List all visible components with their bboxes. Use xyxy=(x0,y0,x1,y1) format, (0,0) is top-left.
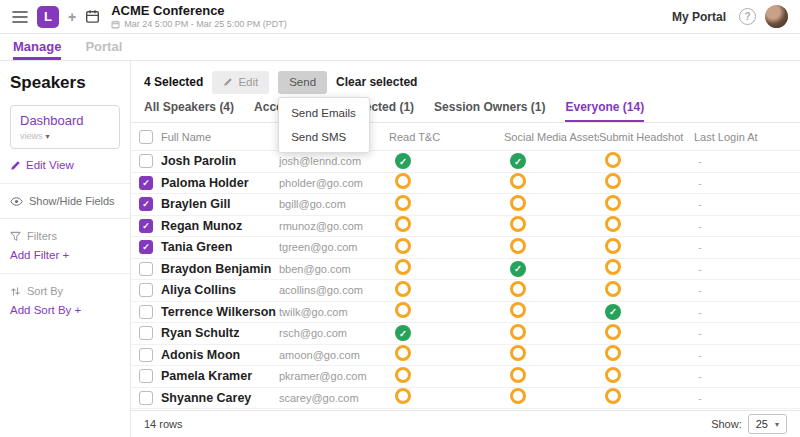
view-tab-0[interactable]: All Speakers (4) xyxy=(144,100,234,122)
status-pending-icon xyxy=(605,367,621,383)
row-name[interactable]: Terrence Wilkerson xyxy=(161,305,279,319)
row-checkbox[interactable] xyxy=(139,326,153,340)
row-status-cell xyxy=(504,216,599,235)
edit-view-link[interactable]: Edit View xyxy=(10,159,120,171)
main-panel: 4 Selected Edit Send Send EmailsSend SMS… xyxy=(131,61,800,437)
status-pending-icon xyxy=(510,324,526,340)
page-size-select[interactable]: 25 ▾ xyxy=(748,414,787,434)
row-name[interactable]: Braydon Benjamin xyxy=(161,262,279,276)
row-status-cell xyxy=(599,238,694,257)
row-email: twilk@go.com xyxy=(279,306,389,318)
send-button[interactable]: Send xyxy=(278,71,327,94)
row-name[interactable]: Paloma Holder xyxy=(161,176,279,190)
show-label: Show: xyxy=(711,418,742,430)
row-status-cell xyxy=(504,173,599,192)
row-status-cell: ✓ xyxy=(504,261,599,277)
pencil-icon xyxy=(223,77,233,87)
row-status-cell xyxy=(389,281,504,300)
row-last-login: - xyxy=(694,241,800,253)
table-row: Braylen Gillbgill@go.com- xyxy=(131,194,800,216)
tab-manage[interactable]: Manage xyxy=(13,34,61,60)
tab-portal[interactable]: Portal xyxy=(85,34,122,60)
row-status-cell xyxy=(599,195,694,214)
row-checkbox[interactable] xyxy=(139,219,153,233)
row-status-cell xyxy=(599,173,694,192)
status-pending-icon xyxy=(510,195,526,211)
add-filter-link[interactable]: Add Filter + xyxy=(10,249,120,261)
row-checkbox[interactable] xyxy=(139,305,153,319)
row-status-cell xyxy=(389,302,504,321)
row-status-cell xyxy=(599,367,694,386)
top-bar: L + ACME Conference Mar 24 5:00 PM - Mar… xyxy=(0,0,800,34)
hamburger-menu-icon[interactable] xyxy=(12,10,28,24)
event-dates: Mar 24 5:00 PM - Mar 25 5:00 PM (PDT) xyxy=(111,19,287,29)
help-icon[interactable]: ? xyxy=(739,8,756,25)
event-calendar-icon[interactable] xyxy=(85,9,100,24)
send-menu-item[interactable]: Send Emails xyxy=(279,101,369,125)
status-pending-icon xyxy=(395,345,411,361)
status-done-icon: ✓ xyxy=(395,153,411,169)
row-last-login: - xyxy=(694,392,800,404)
row-name[interactable]: Regan Munoz xyxy=(161,219,279,233)
send-menu: Send EmailsSend SMS xyxy=(278,97,370,153)
status-pending-icon xyxy=(395,367,411,383)
clear-selected-button[interactable]: Clear selected xyxy=(336,75,417,89)
row-checkbox[interactable] xyxy=(139,154,153,168)
row-status-cell xyxy=(389,367,504,386)
eye-icon xyxy=(10,197,23,206)
status-pending-icon xyxy=(395,302,411,318)
row-name[interactable]: Ryan Schultz xyxy=(161,326,279,340)
row-last-login: - xyxy=(694,327,800,339)
view-selector[interactable]: Dashboard views▾ xyxy=(10,105,120,149)
row-checkbox[interactable] xyxy=(139,176,153,190)
row-status-cell xyxy=(599,324,694,343)
row-email: scarey@go.com xyxy=(279,392,389,404)
row-checkbox-cell xyxy=(131,326,161,340)
app-logo[interactable]: L xyxy=(37,6,59,28)
row-last-login: - xyxy=(694,263,800,275)
status-pending-icon xyxy=(605,324,621,340)
row-name[interactable]: Josh Parolin xyxy=(161,154,279,168)
row-status-cell xyxy=(389,195,504,214)
row-email: rsch@go.com xyxy=(279,327,389,339)
row-checkbox[interactable] xyxy=(139,197,153,211)
my-portal-link[interactable]: My Portal xyxy=(672,10,726,24)
edit-button[interactable]: Edit xyxy=(212,71,269,94)
row-checkbox[interactable] xyxy=(139,283,153,297)
divider xyxy=(0,273,130,274)
filter-icon xyxy=(10,231,21,242)
row-status-cell xyxy=(504,345,599,364)
row-checkbox[interactable] xyxy=(139,348,153,362)
show-hide-fields-button[interactable]: Show/Hide Fields xyxy=(10,195,120,207)
row-name[interactable]: Braylen Gill xyxy=(161,197,279,211)
chevron-down-icon: ▾ xyxy=(775,420,779,429)
row-checkbox[interactable] xyxy=(139,240,153,254)
row-name[interactable]: Pamela Kramer xyxy=(161,369,279,383)
table-row: Terrence Wilkersontwilk@go.com✓- xyxy=(131,302,800,324)
status-pending-icon xyxy=(395,195,411,211)
show-hide-fields-label: Show/Hide Fields xyxy=(29,195,115,207)
view-tab-3[interactable]: Session Owners (1) xyxy=(434,100,545,122)
selection-toolbar: 4 Selected Edit Send Send EmailsSend SMS… xyxy=(131,61,800,97)
status-pending-icon xyxy=(395,216,411,232)
status-done-icon: ✓ xyxy=(510,153,526,169)
table-row: Tania Greentgreen@go.com- xyxy=(131,237,800,259)
add-sort-by-link[interactable]: Add Sort By + xyxy=(10,304,120,316)
row-name[interactable]: Adonis Moon xyxy=(161,348,279,362)
row-checkbox[interactable] xyxy=(139,391,153,405)
row-status-cell xyxy=(599,281,694,300)
row-status-cell xyxy=(599,345,694,364)
row-name[interactable]: Shyanne Carey xyxy=(161,391,279,405)
send-menu-item[interactable]: Send SMS xyxy=(279,125,369,149)
table-row: Paloma Holderpholder@go.com- xyxy=(131,173,800,195)
row-name[interactable]: Aliya Collins xyxy=(161,283,279,297)
user-avatar[interactable] xyxy=(765,5,788,28)
select-all-checkbox[interactable] xyxy=(139,130,153,144)
status-pending-icon xyxy=(605,152,621,168)
row-checkbox[interactable] xyxy=(139,262,153,276)
add-event-icon[interactable]: + xyxy=(68,9,76,25)
row-name[interactable]: Tania Green xyxy=(161,240,279,254)
status-pending-icon xyxy=(605,259,621,275)
row-checkbox[interactable] xyxy=(139,369,153,383)
view-tab-4[interactable]: Everyone (14) xyxy=(565,100,644,122)
